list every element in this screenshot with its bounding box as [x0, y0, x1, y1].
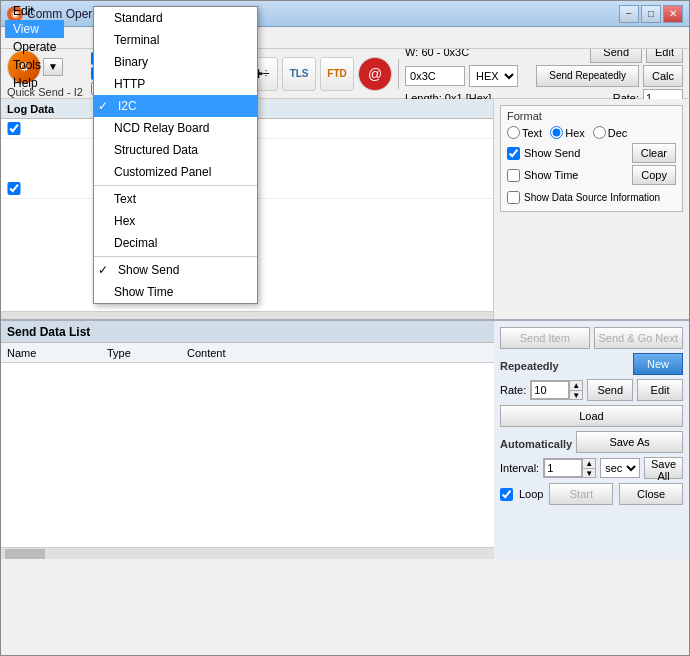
show-data-source-row: Show Data Source Information: [507, 187, 676, 207]
text-radio[interactable]: [507, 126, 520, 139]
interval-label: Interval:: [500, 462, 539, 474]
address-input[interactable]: [405, 66, 465, 86]
minimize-button[interactable]: −: [619, 5, 639, 23]
load-button[interactable]: Load: [500, 405, 683, 427]
view-dropdown-menu: Standard Terminal Binary HTTP I2C NCD Re…: [93, 6, 258, 304]
edit-list-button[interactable]: Edit: [637, 379, 683, 401]
show-time-checkbox-label[interactable]: Show Time: [507, 169, 578, 182]
repeatedly-new-row: Repeatedly New: [500, 353, 683, 375]
automatically-label: Automatically: [500, 438, 572, 450]
i2c-label: I2C: [118, 99, 137, 113]
send-list-scrollbar-h[interactable]: [1, 547, 494, 559]
email-icon-btn[interactable]: @: [358, 57, 392, 91]
show-time-checkbox[interactable]: [507, 169, 520, 182]
hex-select[interactable]: HEX: [469, 65, 518, 87]
dec-radio[interactable]: [593, 126, 606, 139]
customized-label: Customized Panel: [114, 165, 211, 179]
interval-input[interactable]: 1: [544, 459, 582, 477]
scroll-bar-h[interactable]: [1, 311, 493, 319]
format-panel: Format Text Hex Dec: [494, 99, 689, 319]
menu-edit[interactable]: Edit: [5, 2, 64, 20]
window-controls: − □ ✕: [619, 5, 683, 23]
terminal-label: Terminal: [114, 33, 159, 47]
clear-button[interactable]: Clear: [632, 143, 676, 163]
close-button[interactable]: Close: [619, 483, 683, 505]
new-button[interactable]: New: [633, 353, 683, 375]
menu-view-customized[interactable]: Customized Panel: [94, 161, 257, 183]
menu-view-structured[interactable]: Structured Data: [94, 139, 257, 161]
send-list-panel: Send Data List Name Type Content: [1, 321, 494, 559]
menu-view-text[interactable]: Text: [94, 188, 257, 210]
menu-view-http[interactable]: HTTP: [94, 73, 257, 95]
repeatedly-label: Repeatedly: [500, 360, 559, 372]
menu-view-hex[interactable]: Hex: [94, 210, 257, 232]
calc-button[interactable]: Calc: [643, 65, 683, 87]
menu-view-ncd[interactable]: NCD Relay Board: [94, 117, 257, 139]
rate-section: Rate: 10 ▲ ▼ Send Edit: [500, 379, 683, 401]
load-row: Load: [500, 405, 683, 427]
hex-label: Hex: [114, 214, 135, 228]
copy-button[interactable]: Copy: [632, 165, 676, 185]
close-button[interactable]: ✕: [663, 5, 683, 23]
interval-down-arrow[interactable]: ▼: [583, 468, 595, 477]
menu-tools[interactable]: Tools: [5, 56, 64, 74]
interval-unit-select[interactable]: sec ms: [600, 458, 640, 478]
loop-checkbox[interactable]: [500, 488, 513, 501]
hex-radio[interactable]: [550, 126, 563, 139]
http-label: HTTP: [114, 77, 145, 91]
text-radio-label[interactable]: Text: [507, 126, 542, 139]
col-content-header: Content: [187, 347, 488, 359]
send-list-body[interactable]: [1, 363, 494, 547]
dec-radio-label[interactable]: Dec: [593, 126, 628, 139]
repeatedly-send-button[interactable]: Send: [587, 379, 633, 401]
show-send-checkbox-label[interactable]: Show Send: [507, 147, 580, 160]
menu-view-standard[interactable]: Standard: [94, 7, 257, 29]
menu-view-show-send[interactable]: Show Send: [94, 259, 257, 281]
send-list-header-label: Send Data List: [7, 325, 90, 339]
ftd-icon-btn[interactable]: FTD: [320, 57, 354, 91]
rate-up-arrow[interactable]: ▲: [570, 381, 582, 390]
main-window: ◉ Comm Operator Send Data List − □ ✕ Fil…: [0, 0, 690, 656]
maximize-button[interactable]: □: [641, 5, 661, 23]
text-label: Text: [114, 192, 136, 206]
menu-help[interactable]: Help: [5, 74, 64, 92]
send-repeatedly-button[interactable]: Send Repeatedly: [536, 65, 639, 87]
log-checkbox-1[interactable]: [5, 122, 23, 135]
menu-view-show-time[interactable]: Show Time: [94, 281, 257, 303]
log-checkbox-2[interactable]: [5, 182, 23, 195]
show-time-row: Show Time Copy: [507, 165, 676, 185]
rate-section-label: Rate:: [500, 384, 526, 396]
save-all-button[interactable]: Save All: [644, 457, 683, 479]
repeatedly-rate-input[interactable]: 10: [531, 381, 569, 399]
menu-view-i2c[interactable]: I2C: [94, 95, 257, 117]
log-header-label: Log Data: [7, 103, 54, 115]
col-name-header: Name: [7, 347, 107, 359]
interval-up-arrow[interactable]: ▲: [583, 459, 595, 468]
format-radio-row: Text Hex Dec: [507, 126, 676, 139]
hex-radio-label[interactable]: Hex: [550, 126, 585, 139]
send-item-button[interactable]: Send Item: [500, 327, 590, 349]
toolbar-separator-2: [398, 59, 399, 89]
automatically-row: Automatically Save As: [500, 431, 683, 453]
send-right-panel: Send Item Send & Go Next Repeatedly New …: [494, 321, 689, 559]
loop-label: Loop: [519, 488, 543, 500]
menu-operate[interactable]: Operate: [5, 38, 64, 56]
top-action-row: Send Item Send & Go Next: [500, 327, 683, 349]
menu-view-terminal[interactable]: Terminal: [94, 29, 257, 51]
menu-view-decimal[interactable]: Decimal: [94, 232, 257, 254]
format-section: Format Text Hex Dec: [500, 105, 683, 212]
decimal-label: Decimal: [114, 236, 157, 250]
menu-view[interactable]: View: [5, 20, 64, 38]
send-data-section: Send Data List Name Type Content Send It…: [1, 319, 689, 559]
menu-view-binary[interactable]: Binary: [94, 51, 257, 73]
show-send-checkbox[interactable]: [507, 147, 520, 160]
col-type-header: Type: [107, 347, 187, 359]
show-data-source-checkbox[interactable]: [507, 191, 520, 204]
save-as-button[interactable]: Save As: [576, 431, 683, 453]
show-send-label: Show Send: [118, 263, 179, 277]
send-list-header: Send Data List: [1, 321, 494, 343]
rate-down-arrow[interactable]: ▼: [570, 390, 582, 399]
start-button[interactable]: Start: [549, 483, 613, 505]
send-go-next-button[interactable]: Send & Go Next: [594, 327, 684, 349]
tls-icon-btn[interactable]: TLS: [282, 57, 316, 91]
